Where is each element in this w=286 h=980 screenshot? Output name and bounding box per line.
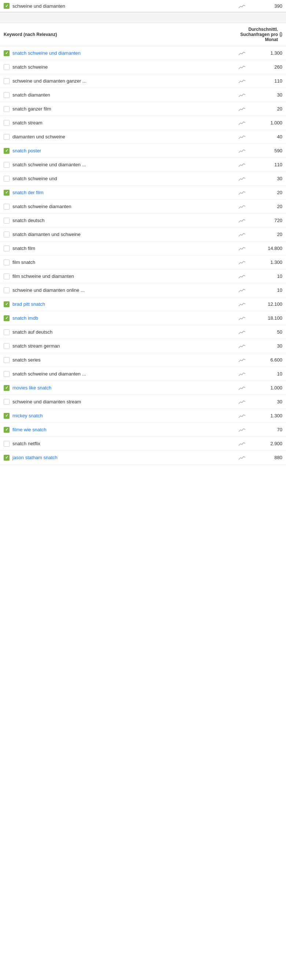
table-row: brad pitt snatch 12.100 (0, 297, 286, 311)
table-row: snatch netflix 2.900 (0, 437, 286, 451)
table-row: schweine und diamanten online ... 10 (0, 283, 286, 297)
trend-icon (231, 301, 253, 307)
count-cell: 1.000 (253, 385, 282, 391)
count-cell: 880 (253, 455, 282, 460)
keyword-cell: snatch stream (13, 120, 231, 126)
checkbox-unchecked[interactable] (4, 162, 9, 168)
checkbox-checked[interactable] (4, 413, 9, 419)
trend-icon (231, 232, 253, 237)
checkbox-unchecked[interactable] (4, 232, 9, 237)
col-header-keyword: Keyword (nach Relevanz) (4, 32, 231, 37)
keyword-cell[interactable]: filme wie snatch (13, 427, 231, 433)
trend-icon (231, 120, 253, 126)
count-cell: 14.800 (253, 245, 282, 251)
table-row: snatch diamanten und schweine 20 (0, 228, 286, 242)
table-row: film snatch 1.300 (0, 255, 286, 269)
trend-icon (231, 329, 253, 335)
rows-container: snatch schweine und diamanten 1.300snatc… (0, 46, 286, 465)
count-cell: 6.600 (253, 357, 282, 363)
top-checkbox[interactable] (4, 3, 9, 9)
checkbox-checked[interactable] (4, 50, 9, 56)
checkbox-unchecked[interactable] (4, 343, 9, 349)
checkbox-unchecked[interactable] (4, 371, 9, 377)
checkbox-unchecked[interactable] (4, 204, 9, 210)
checkbox-unchecked[interactable] (4, 259, 9, 266)
checkbox-checked[interactable] (4, 315, 9, 321)
checkbox-unchecked[interactable] (4, 92, 9, 98)
checkbox-unchecked[interactable] (4, 218, 9, 224)
keyword-cell: snatch film (13, 245, 231, 251)
checkbox-unchecked[interactable] (4, 399, 9, 405)
checkbox-checked[interactable] (4, 427, 9, 433)
checkbox-unchecked[interactable] (4, 134, 9, 140)
keyword-cell[interactable]: snatch poster (13, 148, 231, 153)
checkbox-unchecked[interactable] (4, 441, 9, 447)
keyword-cell[interactable]: brad pitt snatch (13, 301, 231, 307)
trend-icon (231, 427, 253, 433)
checkbox-unchecked[interactable] (4, 78, 9, 84)
keyword-cell: schweine und diamanten stream (13, 399, 231, 404)
table-row: snatch schweine 260 (0, 60, 286, 74)
trend-icon (231, 190, 253, 196)
checkbox-unchecked[interactable] (4, 274, 9, 279)
trend-icon (231, 134, 253, 140)
keyword-cell[interactable]: snatch der film (13, 190, 231, 195)
trend-icon (231, 78, 253, 84)
checkbox-unchecked[interactable] (4, 287, 9, 293)
trend-icon (231, 385, 253, 391)
checkbox-unchecked[interactable] (4, 329, 9, 335)
checkbox-checked[interactable] (4, 148, 9, 154)
top-keyword[interactable]: schweine und diamanten (13, 3, 231, 9)
trend-icon (231, 455, 253, 461)
count-cell: 1.000 (253, 120, 282, 126)
checkbox-checked[interactable] (4, 301, 9, 307)
checkbox-checked[interactable] (4, 455, 9, 461)
count-cell: 18.100 (253, 315, 282, 321)
count-cell: 110 (253, 78, 282, 84)
top-trend-icon (231, 3, 253, 9)
checkbox-unchecked[interactable] (4, 245, 9, 251)
checkbox-unchecked[interactable] (4, 120, 9, 126)
count-cell: 20 (253, 106, 282, 111)
table-row: snatch film 14.800 (0, 242, 286, 255)
keyword-cell: snatch deutsch (13, 218, 231, 223)
checkbox-unchecked[interactable] (4, 106, 9, 112)
keyword-cell[interactable]: snatch imdb (13, 315, 231, 321)
header-row: Keyword (nach Relevanz) Durchschnittl. S… (0, 23, 286, 46)
checkbox-unchecked[interactable] (4, 176, 9, 182)
trend-icon (231, 106, 253, 112)
keyword-cell: film schweine und diamanten (13, 274, 231, 279)
table-row: jason statham snatch 880 (0, 451, 286, 465)
count-cell: 2.900 (253, 441, 282, 446)
trend-icon (231, 399, 253, 405)
keyword-cell[interactable]: jason statham snatch (13, 455, 231, 460)
trend-icon (231, 204, 253, 210)
keyword-cell: snatch ganzer film (13, 106, 231, 111)
trend-icon (231, 441, 253, 447)
count-cell: 70 (253, 427, 282, 433)
count-cell: 50 (253, 329, 282, 335)
table-row: diamanten und schweine 40 (0, 130, 286, 144)
keyword-cell[interactable]: movies like snatch (13, 385, 231, 391)
keyword-cell: snatch auf deutsch (13, 329, 231, 335)
table-row: film schweine und diamanten 10 (0, 269, 286, 283)
checkbox-unchecked[interactable] (4, 357, 9, 363)
keyword-cell[interactable]: mickey snatch (13, 413, 231, 418)
trend-icon (231, 413, 253, 419)
table-row: schweine und diamanten stream 30 (0, 395, 286, 409)
keyword-cell: snatch series (13, 357, 231, 363)
keyword-cell: schweine und diamanten online ... (13, 287, 231, 293)
table-row: snatch schweine und 30 (0, 172, 286, 186)
table-row: snatch series 6.600 (0, 353, 286, 367)
table-row: snatch stream german 30 (0, 339, 286, 353)
checkbox-checked[interactable] (4, 385, 9, 391)
checkbox-checked[interactable] (4, 190, 9, 196)
keyword-cell: film snatch (13, 259, 231, 265)
trend-icon (231, 50, 253, 56)
help-icon[interactable]: ? (280, 32, 282, 37)
keyword-cell[interactable]: snatch schweine und diamanten (13, 50, 231, 56)
trend-icon (231, 259, 253, 266)
table-row: snatch deutsch 720 (0, 214, 286, 228)
checkbox-unchecked[interactable] (4, 64, 9, 70)
table-row: snatch schweine und diamanten ... 110 (0, 158, 286, 172)
